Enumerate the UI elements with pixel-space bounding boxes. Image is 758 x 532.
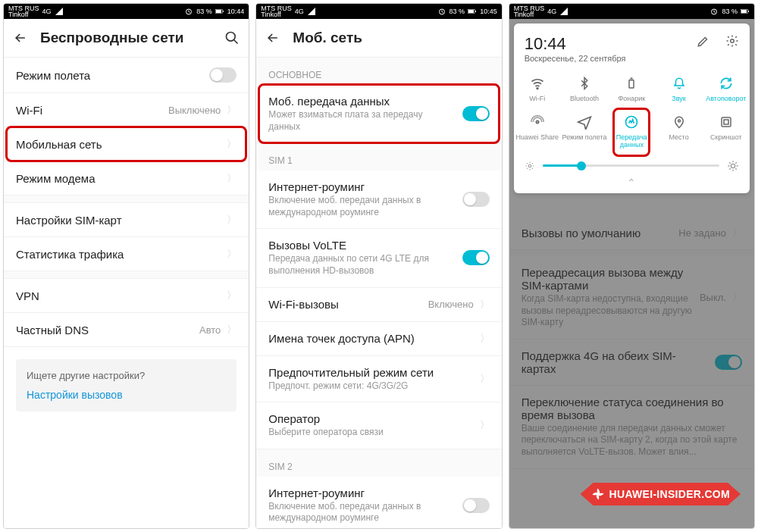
header: Беспроводные сети [4, 19, 249, 58]
battery-icon [468, 7, 477, 16]
phone-screenshot-1: MTS RUSTinkoff 4G 83 % 10:44 Беспроводны… [3, 3, 249, 529]
svg-point-22 [731, 164, 735, 167]
back-icon[interactable] [13, 30, 28, 45]
svg-point-4 [227, 33, 236, 42]
svg-point-14 [537, 88, 538, 89]
quick-settings-panel: 10:44 Воскресенье, 22 сентября Wi-Fi Blu… [514, 23, 750, 193]
edit-icon[interactable] [697, 34, 710, 48]
chevron-right-icon: 〉 [480, 372, 490, 386]
mobile-data-toggle[interactable] [462, 106, 490, 121]
signal-icon [559, 7, 568, 16]
chevron-right-icon: 〉 [480, 418, 490, 432]
chevron-right-icon: 〉 [227, 289, 236, 302]
qs-tile-location[interactable]: Место [655, 109, 702, 155]
svg-rect-11 [741, 10, 747, 13]
airplane-toggle[interactable] [209, 67, 236, 83]
row-apn-sim1[interactable]: Имена точек доступа (APN) 〉 [256, 322, 501, 356]
qs-tile-sound[interactable]: Звук [655, 70, 702, 109]
brightness-high-icon [727, 160, 739, 172]
svg-rect-3 [223, 11, 224, 12]
signal-icon [307, 7, 316, 16]
row-sim-settings[interactable]: Настройки SIM-карт 〉 [4, 203, 249, 237]
row-roaming-sim1[interactable]: Интернет-роуминг Включение моб. передачи… [256, 171, 501, 229]
alarm-icon [437, 7, 446, 16]
battery-icon [215, 7, 224, 16]
phone-screenshot-2: MTS RUSTinkoff 4G 83 % 10:45 Моб. сеть О… [255, 3, 502, 529]
roaming-toggle-sim1[interactable] [462, 192, 490, 207]
chevron-right-icon: 〉 [227, 103, 236, 117]
row-mobile-network[interactable]: Мобильная сеть 〉 [4, 127, 249, 161]
status-bar: MTS RUSTinkoff 4G 83 % [509, 4, 754, 19]
chevron-right-icon: 〉 [227, 247, 236, 261]
alarm-icon [709, 7, 719, 16]
svg-rect-19 [722, 117, 731, 127]
panel-handle-icon[interactable]: ⌃ [514, 177, 750, 189]
hint-card: Ищете другие настройки? Настройки вызово… [16, 359, 236, 412]
qs-date: Воскресенье, 22 сентября [525, 54, 626, 63]
chevron-right-icon: 〉 [227, 171, 236, 185]
row-airplane-mode[interactable]: Режим полета [4, 58, 249, 93]
svg-rect-2 [216, 10, 221, 13]
chevron-right-icon: 〉 [227, 137, 236, 151]
svg-rect-20 [724, 120, 728, 124]
svg-point-18 [678, 120, 680, 122]
brightness-low-icon [525, 161, 535, 171]
row-operator[interactable]: Оператор Выберите оператора связи 〉 [256, 402, 501, 449]
row-wifi[interactable]: Wi-Fi Выключено 〉 [4, 93, 249, 127]
row-private-dns[interactable]: Частный DNS Авто 〉 [4, 313, 249, 347]
signal-icon [55, 7, 64, 16]
volte-toggle[interactable] [462, 250, 490, 265]
section-sim2: SIM 2 [256, 449, 501, 477]
phone-screenshot-3: MTS RUSTinkoff 4G 83 % Вызовы по умолчан… [509, 3, 755, 529]
qs-tile-airplane[interactable]: Режим по­лета [561, 109, 608, 155]
svg-point-13 [731, 39, 735, 43]
qs-tile-mobile-data[interactable]: Передача данных [608, 109, 655, 155]
row-preferred-network[interactable]: Предпочтительный режим сети Предпочт. ре… [256, 356, 501, 403]
qs-tile-flashlight[interactable]: Фонарик [608, 70, 655, 109]
brightness-slider[interactable] [514, 155, 750, 177]
gear-icon[interactable] [725, 34, 739, 48]
back-icon[interactable] [265, 30, 280, 45]
row-vpn[interactable]: VPN 〉 [4, 279, 249, 313]
svg-rect-12 [748, 11, 749, 12]
alarm-icon [184, 7, 193, 16]
qs-tile-huawei-share[interactable]: Huawei Share [514, 109, 561, 155]
battery-icon [741, 7, 750, 16]
page-title: Беспроводные сети [40, 30, 212, 46]
chevron-right-icon: 〉 [227, 323, 236, 336]
section-sim1: SIM 1 [256, 143, 501, 171]
row-roaming-sim2[interactable]: Интернет-роуминг Включение моб. передачи… [256, 477, 501, 528]
qs-tile-screenshot[interactable]: Скриншот [703, 109, 750, 155]
row-wifi-calling[interactable]: Wi-Fi-вызовы Включено 〉 [256, 288, 501, 322]
svg-point-21 [528, 164, 531, 167]
svg-rect-8 [475, 11, 476, 12]
status-bar: MTS RUSTinkoff 4G 83 % 10:45 [256, 4, 501, 19]
qs-tile-bluetooth[interactable]: Bluetooth [561, 70, 608, 109]
row-tethering[interactable]: Режим модема 〉 [4, 161, 249, 196]
svg-rect-7 [468, 10, 474, 13]
call-settings-link[interactable]: Настройки вызовов [27, 389, 226, 401]
page-title: Моб. сеть [293, 30, 492, 46]
huawei-logo-icon [591, 487, 605, 501]
search-icon[interactable] [224, 30, 240, 45]
section-main: ОСНОВНОЕ [256, 58, 501, 85]
chevron-right-icon: 〉 [227, 213, 236, 227]
row-volte[interactable]: Вызовы VoLTE Передача данных по сети 4G … [256, 229, 501, 287]
status-bar: MTS RUSTinkoff 4G 83 % 10:44 [4, 4, 249, 19]
qs-tile-wifi[interactable]: Wi-Fi [514, 70, 561, 109]
qs-tile-autorotate[interactable]: Автоповорот [703, 70, 750, 109]
watermark: HUAWEI-INSIDER.COM [581, 483, 741, 505]
chevron-right-icon: 〉 [480, 332, 490, 346]
roaming-toggle-sim2[interactable] [462, 498, 490, 513]
chevron-right-icon: 〉 [480, 298, 490, 311]
row-mobile-data[interactable]: Моб. передача данных Может взиматься пла… [256, 85, 501, 143]
qs-time: 10:44 [525, 34, 626, 54]
row-traffic-stats[interactable]: Статистика трафика 〉 [4, 237, 249, 271]
header: Моб. сеть [256, 19, 501, 58]
svg-point-16 [536, 120, 538, 123]
svg-rect-15 [629, 80, 634, 89]
